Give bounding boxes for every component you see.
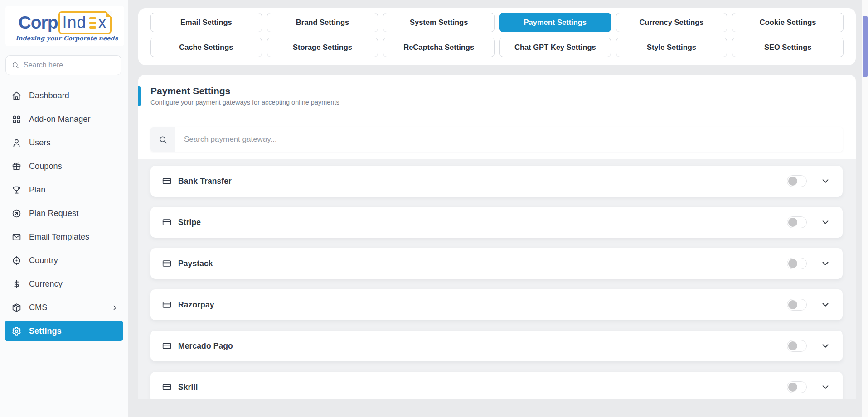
toggle-knob (788, 177, 797, 186)
sidebar-item[interactable]: Dashboard (5, 85, 123, 106)
settings-tabs-card: Email Settings Brand Settings System Set… (138, 8, 856, 65)
sidebar-item-label: Country (29, 256, 58, 265)
sidebar-item-label: Plan Request (29, 209, 78, 218)
gateway-search (150, 127, 843, 152)
trophy-icon (12, 185, 21, 195)
settings-tabs: Email Settings Brand Settings System Set… (150, 13, 844, 57)
gateway-row[interactable]: Mercado Pago (150, 331, 843, 361)
logo-fold-corner (106, 11, 112, 17)
chevron-down-icon[interactable] (820, 217, 830, 227)
gateway-list: Bank Transfer Stripe (138, 159, 856, 399)
settings-tab-button[interactable]: Brand Settings (267, 13, 378, 32)
gateway-name: Paystack (178, 259, 213, 268)
settings-tab-button[interactable]: System Settings (383, 13, 495, 32)
toggle-knob (788, 383, 797, 392)
gateway-row[interactable]: Bank Transfer (150, 166, 843, 197)
settings-tab-button[interactable]: Style Settings (616, 38, 727, 57)
gateway-row[interactable]: Stripe (150, 207, 843, 238)
target-icon (12, 256, 21, 265)
settings-tab-button[interactable]: Currency Settings (616, 13, 727, 32)
gateway-name: Stripe (178, 218, 201, 227)
sidebar-item-label: Coupons (29, 162, 62, 171)
toggle-knob (788, 341, 797, 350)
sidebar-item[interactable]: Settings (5, 321, 123, 341)
credit-card-icon (162, 383, 171, 392)
accent-bar (138, 86, 141, 106)
sidebar-nav: Dashboard Add-on Manager Users Coupons (0, 85, 128, 341)
logo-text-ind: Ind (62, 13, 86, 32)
chevron-down-icon[interactable] (820, 341, 830, 351)
settings-tab-button[interactable]: Cookie Settings (732, 13, 844, 32)
sidebar-item-label: CMS (29, 303, 47, 312)
chevron-down-icon[interactable] (820, 382, 830, 392)
settings-tab-button[interactable]: Storage Settings (267, 38, 378, 57)
panel-header: Payment Settings Configure your payment … (138, 75, 856, 115)
sidebar-item[interactable]: Currency (5, 273, 123, 294)
gateway-row[interactable]: Skrill (150, 372, 843, 399)
user-icon (12, 138, 21, 148)
sidebar-item[interactable]: CMS (5, 297, 123, 318)
gateway-enable-toggle[interactable] (787, 381, 807, 393)
settings-tab-button[interactable]: Cache Settings (150, 38, 262, 57)
gateway-name: Razorpay (178, 300, 214, 310)
settings-tab-button[interactable]: ReCaptcha Settings (383, 38, 495, 57)
gateway-row[interactable]: Paystack (150, 248, 843, 279)
settings-tab-button[interactable]: Payment Settings (499, 13, 611, 32)
mail-icon (12, 232, 21, 242)
logo-index-box: Indx (58, 11, 111, 34)
logo-text-corp: Corp (18, 13, 58, 33)
gateway-name: Bank Transfer (178, 177, 232, 186)
package-icon (12, 303, 21, 312)
sidebar-item[interactable]: Country (5, 250, 123, 271)
gateway-enable-toggle[interactable] (787, 258, 807, 269)
gear-icon (12, 326, 21, 336)
sidebar-item[interactable]: Add-on Manager (5, 109, 123, 129)
gateway-enable-toggle[interactable] (787, 340, 807, 352)
settings-tab-button[interactable]: Chat GPT Key Settings (499, 38, 611, 57)
sidebar-item[interactable]: Coupons (5, 156, 123, 177)
logo-letter-e-bars (89, 17, 96, 29)
gateway-enable-toggle[interactable] (787, 216, 807, 228)
sidebar-item-label: Email Templates (29, 232, 89, 242)
settings-tab-button[interactable]: SEO Settings (732, 38, 844, 57)
credit-card-icon (162, 300, 171, 309)
chevron-down-icon[interactable] (820, 259, 830, 268)
sidebar-item-label: Settings (29, 326, 62, 336)
sidebar-item[interactable]: Plan Request (5, 203, 123, 224)
gateway-search-wrap (138, 115, 856, 159)
logo-text-x: x (98, 13, 107, 32)
settings-tab-button[interactable]: Email Settings (150, 13, 262, 32)
sidebar: CorpIndx Indexing your Corporate needs D… (0, 0, 128, 417)
scrollbar-thumb[interactable] (863, 16, 868, 77)
chevron-right-icon (111, 304, 119, 312)
sidebar-item-label: Plan (29, 185, 45, 195)
gateway-name: Skrill (178, 383, 198, 392)
sidebar-item-label: Dashboard (29, 91, 69, 101)
gift-icon (12, 162, 21, 171)
gateway-row[interactable]: Razorpay (150, 289, 843, 320)
chevron-down-icon[interactable] (820, 176, 830, 186)
sidebar-item-label: Add-on Manager (29, 115, 91, 124)
gateway-enable-toggle[interactable] (787, 175, 807, 187)
sidebar-search-input[interactable] (24, 61, 115, 69)
toggle-knob (788, 300, 797, 309)
arrow-up-right-circle-icon (12, 209, 21, 218)
credit-card-icon (162, 177, 171, 186)
sidebar-search (5, 55, 121, 75)
search-icon (12, 61, 19, 69)
logo-tagline: Indexing your Corporate needs (9, 35, 121, 42)
gateway-name: Mercado Pago (178, 341, 233, 351)
grid-icon (12, 115, 21, 124)
chevron-down-icon[interactable] (820, 300, 830, 310)
toggle-knob (788, 259, 797, 268)
sidebar-item[interactable]: Plan (5, 179, 123, 200)
sidebar-item[interactable]: Users (5, 132, 123, 153)
sidebar-item[interactable]: Email Templates (5, 226, 123, 247)
main-content: Email Settings Brand Settings System Set… (129, 0, 868, 417)
toggle-knob (788, 218, 797, 227)
gateway-enable-toggle[interactable] (787, 299, 807, 311)
page-scrollbar[interactable] (862, 0, 868, 417)
gateway-search-input[interactable] (175, 127, 843, 152)
sidebar-item-label: Users (29, 138, 51, 148)
dollar-icon (12, 279, 21, 289)
